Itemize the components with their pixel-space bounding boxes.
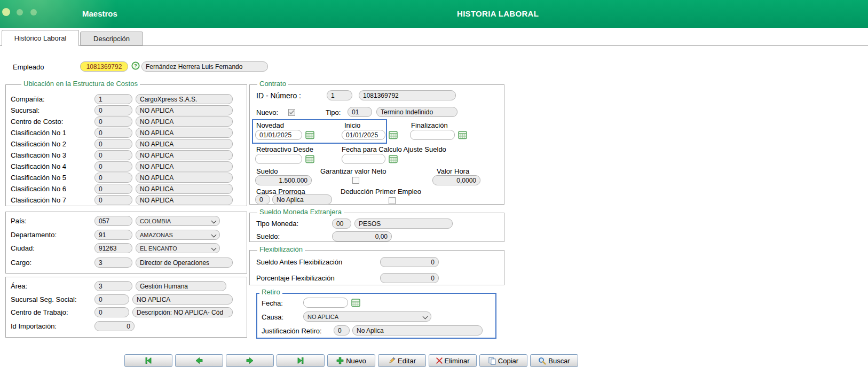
valor-hora-label: Valor Hora — [437, 167, 469, 175]
help-icon[interactable]: ? — [131, 61, 140, 70]
clasificacion-7-label: Clasificación No 7 — [11, 196, 66, 204]
nuevo-button[interactable]: Nuevo — [327, 354, 375, 367]
cargo-code-field[interactable]: 3 — [94, 258, 132, 268]
ciudad-selected-value: EL ENCANTO — [140, 245, 177, 252]
justificacion-retiro-code-field[interactable]: 0 — [334, 325, 350, 336]
nuevo-checkbox[interactable] — [288, 109, 295, 116]
moneda-sueldo-field[interactable]: 0,00 — [332, 231, 392, 241]
contrato-section-title: Contrato — [257, 80, 288, 88]
tipo-moneda-label: Tipo Moneda: — [256, 220, 298, 228]
tab-historico-laboral[interactable]: Histórico Laboral — [2, 30, 79, 46]
sucursal-desc-field[interactable]: NO APLICA — [136, 105, 233, 115]
tab-strip-divider — [0, 45, 868, 46]
id-importacion-field[interactable]: 0 — [94, 321, 135, 331]
retroactivo-date-field[interactable] — [255, 154, 302, 164]
clasificacion-1-code-field[interactable]: 0 — [94, 128, 132, 138]
eliminar-button[interactable]: Eliminar — [429, 354, 477, 367]
departamento-code-field[interactable]: 91 — [94, 230, 132, 240]
area-code-field[interactable]: 3 — [94, 281, 132, 291]
contrato-id-field[interactable]: 1 — [327, 90, 352, 100]
moneda-sueldo-label: Sueldo: — [256, 232, 280, 240]
clasificacion-7-desc-field[interactable]: NO APLICA — [136, 195, 233, 205]
buscar-button[interactable]: Buscar — [530, 354, 578, 367]
area-desc-field[interactable]: Gestión Humana — [136, 281, 226, 291]
causa-prorroga-desc-field[interactable]: No Aplica — [272, 194, 332, 205]
clasificacion-4-code-field[interactable]: 0 — [94, 161, 132, 171]
inicio-label: Inicio — [344, 121, 360, 129]
retiro-causa-select[interactable]: NO APLICA — [303, 311, 431, 322]
centro-trabajo-code-field[interactable]: 0 — [94, 307, 129, 317]
ciudad-select[interactable]: EL ENCANTO — [136, 243, 220, 253]
clasificacion-3-code-field[interactable]: 0 — [94, 150, 132, 160]
nav-first-button[interactable] — [124, 354, 172, 367]
calendar-icon[interactable] — [305, 130, 315, 139]
tab-descripcion[interactable]: Descripción — [80, 32, 143, 45]
calendar-icon[interactable] — [305, 154, 315, 163]
id-importacion-label: Id Importación: — [11, 322, 57, 330]
sucursal-code-field[interactable]: 0 — [94, 105, 132, 115]
retiro-fecha-field[interactable] — [303, 298, 348, 308]
area-label: Área: — [11, 282, 27, 290]
sueldo-field[interactable]: 1.500.000 — [255, 175, 312, 185]
justificacion-retiro-desc-field[interactable]: No Aplica — [352, 325, 483, 336]
clasificacion-6-code-field[interactable]: 0 — [94, 184, 132, 194]
sueldo-antes-flex-field[interactable]: 0 — [380, 257, 439, 267]
tipo-code-field[interactable]: 01 — [348, 107, 372, 117]
empleado-label: Empleado — [13, 63, 44, 71]
calendar-icon[interactable] — [458, 130, 468, 139]
causa-prorroga-code-field[interactable]: 0 — [255, 194, 270, 205]
garantizar-valor-neto-label: Garantizar valor Neto — [320, 167, 386, 175]
inicio-date-field[interactable]: 01/01/2025 — [342, 130, 385, 140]
centro-costo-desc-field[interactable]: NO APLICA — [136, 116, 233, 127]
pais-select[interactable]: COLOMBIA — [136, 216, 220, 226]
calendar-icon[interactable] — [351, 298, 361, 307]
deduccion-primer-empleo-checkbox[interactable] — [389, 197, 396, 204]
garantizar-valor-neto-checkbox[interactable] — [352, 177, 359, 184]
nuevo-button-label: Nuevo — [346, 357, 366, 365]
clasificacion-5-desc-field[interactable]: NO APLICA — [136, 173, 233, 183]
cargo-label: Cargo: — [11, 259, 31, 267]
skip-to-last-icon — [296, 356, 305, 365]
empleado-id-field[interactable]: 1081369792 — [80, 61, 128, 72]
sucursal-seg-social-desc-field[interactable]: NO APLICA — [132, 294, 233, 305]
empleado-nombre-field[interactable]: Fernández Herrera Luis Fernando — [141, 61, 268, 72]
centro-costo-code-field[interactable]: 0 — [94, 116, 132, 127]
clasificacion-6-desc-field[interactable]: NO APLICA — [136, 184, 233, 194]
contrato-groupbox — [249, 84, 504, 205]
svg-text:?: ? — [134, 63, 137, 68]
clasificacion-2-code-field[interactable]: 0 — [94, 139, 132, 149]
contrato-numero-field[interactable]: 1081369792 — [359, 90, 456, 100]
sucursal-seg-social-code-field[interactable]: 0 — [94, 294, 129, 305]
pais-code-field[interactable]: 057 — [94, 216, 132, 226]
clasificacion-1-desc-field[interactable]: NO APLICA — [136, 128, 233, 138]
retiro-section-title: Retiro — [259, 288, 282, 296]
nuevo-label: Nuevo: — [256, 108, 278, 116]
departamento-select[interactable]: AMAZONAS — [136, 230, 220, 240]
clasificacion-4-desc-field[interactable]: NO APLICA — [136, 161, 233, 171]
centro-trabajo-desc-field[interactable]: Descripción: NO APLICA- Cód — [132, 307, 233, 317]
clasificacion-2-desc-field[interactable]: NO APLICA — [136, 139, 233, 149]
clasificacion-7-code-field[interactable]: 0 — [94, 195, 132, 205]
compania-desc-field[interactable]: CargoXpress S.A.S. — [136, 94, 233, 104]
finalizacion-date-field[interactable] — [410, 130, 455, 140]
tipo-moneda-desc-field[interactable]: PESOS — [354, 219, 453, 229]
tipo-desc-field[interactable]: Termino Indefinido — [376, 107, 457, 117]
copiar-button[interactable]: Copiar — [479, 354, 527, 367]
tipo-moneda-code-field[interactable]: 00 — [332, 219, 351, 229]
editar-button[interactable]: Editar — [378, 354, 426, 367]
nav-next-button[interactable] — [226, 354, 274, 367]
compania-code-field[interactable]: 1 — [94, 94, 132, 104]
nav-last-button[interactable] — [277, 354, 325, 367]
calendar-icon[interactable] — [389, 130, 398, 139]
novedad-date-field[interactable]: 01/01/2025 — [255, 130, 302, 140]
porcentaje-flex-field[interactable]: 0 — [380, 273, 439, 283]
fecha-calculo-date-field[interactable] — [342, 154, 385, 164]
nav-previous-button[interactable] — [175, 354, 223, 367]
clasificacion-3-desc-field[interactable]: NO APLICA — [136, 150, 233, 160]
page-title: HISTORIA LABORAL — [457, 9, 539, 18]
calendar-icon[interactable] — [389, 154, 398, 163]
cargo-desc-field[interactable]: Director de Operaciones — [136, 258, 233, 268]
clasificacion-5-code-field[interactable]: 0 — [94, 173, 132, 183]
valor-hora-field[interactable]: 0,0000 — [432, 175, 480, 185]
ciudad-code-field[interactable]: 91263 — [94, 243, 132, 253]
